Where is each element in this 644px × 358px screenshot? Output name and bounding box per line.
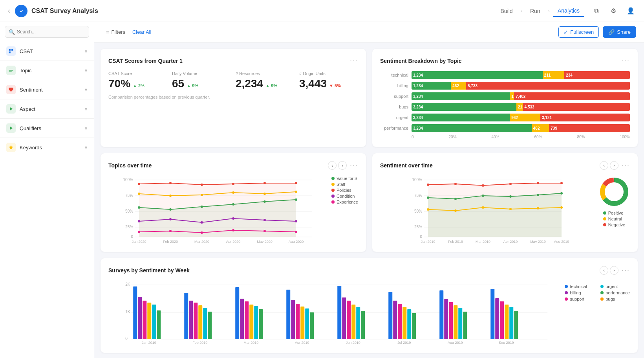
sentiment-row-performance: performance 3,234 462 739 [380, 124, 630, 132]
sentiment-breakdown-title: Sentiment Breakdown by Topic [380, 58, 461, 64]
topics-line-chart: 100% 75% 50% 25% 0 [108, 176, 327, 243]
app-logo [15, 5, 27, 17]
topics-over-time-card: Topics over time ‹ › ··· [101, 153, 366, 252]
share-icon: 🔗 [608, 29, 615, 35]
sidebar-item-qualifiers[interactable]: Qualifiers ∨ [0, 119, 94, 138]
legend-positive: Positive [603, 211, 625, 215]
sentiment-next[interactable]: › [610, 161, 618, 170]
sidebar-item-csat[interactable]: CSAT ∨ [0, 42, 94, 61]
svg-rect-119 [254, 306, 258, 339]
svg-rect-145 [449, 302, 453, 339]
nav-build[interactable]: Build [496, 6, 517, 17]
svg-text:50%: 50% [125, 209, 133, 213]
topics-next[interactable]: › [338, 161, 347, 170]
sidebar-item-aspect[interactable]: Aspect ∨ [0, 99, 94, 119]
legend-condition: Condition [331, 194, 358, 198]
topics-menu[interactable]: ··· [350, 162, 358, 170]
sentiment-prev[interactable]: ‹ [600, 161, 608, 170]
stat-label-0: CSAT Score [108, 71, 167, 76]
sidebar-item-topic[interactable]: Topic ∨ [0, 61, 94, 80]
sentiment-nav: ‹ › [600, 161, 618, 170]
svg-point-47 [263, 230, 266, 232]
sentiment-donut [598, 176, 630, 207]
clear-all-button[interactable]: Clear All [132, 29, 151, 35]
svg-rect-146 [454, 305, 457, 339]
legend-dot-staff [331, 183, 335, 186]
fullscreen-button[interactable]: ⤢ Fullscreen [558, 26, 599, 38]
svg-rect-110 [194, 303, 198, 339]
svg-rect-101 [133, 286, 137, 339]
share-button[interactable]: 🔗 Share [603, 26, 636, 38]
legend-negative: Negative [603, 222, 625, 227]
svg-point-83 [537, 207, 539, 209]
sidebar-aspect-label: Aspect [20, 106, 84, 112]
sentiment-menu[interactable]: ··· [622, 162, 630, 170]
sidebar-topic-label: Topic [20, 68, 84, 73]
legend-billing: billing [565, 290, 594, 295]
legend-policies: Policies [331, 188, 358, 193]
topics-prev[interactable]: ‹ [328, 161, 337, 170]
topic-chevron: ∨ [84, 68, 88, 73]
svg-rect-132 [351, 305, 355, 339]
svg-rect-4 [9, 69, 13, 69]
svg-rect-124 [296, 304, 300, 339]
svg-rect-147 [458, 308, 462, 339]
svg-rect-152 [500, 301, 504, 339]
stat-daily-volume: Daily Volume 65 ▲ 9% [172, 71, 231, 90]
csat-scores-card: CSAT Scores from Quarter 1 ··· CSAT Scor… [101, 49, 366, 147]
csat-card-menu[interactable]: ··· [350, 57, 358, 65]
nav-run[interactable]: Run [525, 6, 545, 17]
sentiment-breakdown-card: Sentiment Breakdown by Topic ··· technic… [372, 49, 638, 147]
svg-rect-109 [189, 301, 193, 339]
topics-nav: ‹ › [328, 161, 347, 170]
sentiment-chart-area: 100% 75% 50% 25% 0 [380, 176, 630, 244]
sentiment-breakdown-menu[interactable]: ··· [622, 57, 630, 65]
csat-card-title: CSAT Scores from Quarter 1 [108, 58, 183, 64]
page-title: CSAT Survey Analysis [31, 7, 496, 15]
svg-rect-141 [412, 313, 416, 339]
aspect-chevron: ∨ [84, 106, 88, 112]
legend-value: Value for $ [331, 176, 358, 181]
svg-rect-118 [249, 305, 253, 339]
svg-point-40 [232, 217, 234, 220]
topics-over-time-title: Topics over time [108, 162, 152, 169]
filter-icon: ≡ [106, 29, 109, 35]
sentiment-line-chart: 100% 75% 50% 25% 0 [380, 176, 594, 243]
svg-marker-36 [139, 183, 296, 237]
surveys-menu[interactable]: ··· [622, 266, 630, 275]
search-wrap: 🔍 [0, 22, 94, 42]
search-input[interactable] [5, 26, 89, 38]
svg-rect-137 [393, 301, 397, 339]
nav-analytics[interactable]: Analytics [553, 5, 584, 17]
svg-point-42 [295, 220, 297, 222]
svg-rect-138 [398, 304, 402, 339]
filters-button[interactable]: ≡ Filters [102, 27, 129, 37]
svg-rect-154 [509, 307, 513, 339]
stat-resources: # Resources 2,234 ▲ 9% [236, 71, 295, 90]
sentiment-row-support: support 3,234 12 7,402 [380, 92, 630, 100]
surveys-next[interactable]: › [610, 266, 618, 275]
legend-urgent: urgent [600, 284, 630, 289]
svg-text:Feb 2020: Feb 2020 [163, 240, 178, 243]
svg-rect-2 [11, 49, 13, 51]
svg-point-78 [560, 182, 563, 184]
svg-rect-102 [138, 297, 142, 339]
main-area: ≡ Filters Clear All ⤢ Fullscreen 🔗 Share [94, 22, 644, 358]
surveys-week-title: Surveys by Sentiment by Week [108, 267, 190, 274]
legend-technical: technical [565, 284, 594, 289]
copy-icon[interactable]: ⧉ [591, 6, 602, 17]
user-icon[interactable]: 👤 [625, 6, 636, 17]
back-button[interactable]: ‹ [8, 7, 10, 15]
svg-point-94 [607, 184, 622, 199]
svg-text:2K: 2K [125, 282, 130, 286]
svg-point-38 [169, 218, 172, 220]
sidebar-item-keywords[interactable]: Keywords ∨ [0, 138, 94, 157]
svg-text:Aug 2020: Aug 2020 [289, 240, 304, 243]
settings-icon[interactable]: ⚙ [608, 6, 619, 17]
svg-point-74 [454, 183, 457, 185]
surveys-prev[interactable]: ‹ [600, 266, 608, 275]
sentiment-row-technical: technical 1,234 211 234 [380, 71, 630, 79]
csat-stats: CSAT Score 70% ▲ 2% Daily Volume 65 ▲ 9% [108, 71, 358, 90]
svg-point-46 [232, 229, 234, 231]
sidebar-item-sentiment[interactable]: Sentiment ∨ [0, 80, 94, 99]
